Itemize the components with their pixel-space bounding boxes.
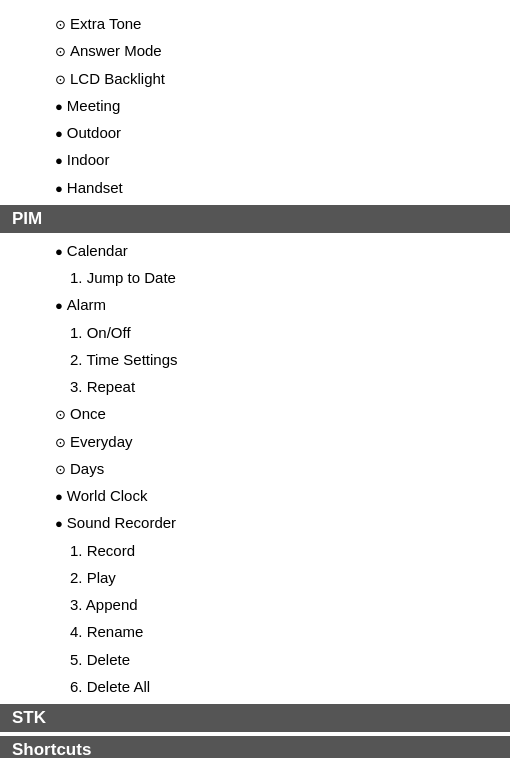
list-item: Days (0, 455, 510, 482)
list-item: Once (0, 400, 510, 427)
section-header-pim: PIM (0, 205, 510, 233)
list-item: Indoor (0, 146, 510, 173)
top-items-list: Extra Tone Answer Mode LCD Backlight Mee… (0, 10, 510, 201)
list-item: 3. Repeat (0, 373, 510, 400)
pim-items-list: Calendar 1. Jump to Date Alarm 1. On/Off… (0, 237, 510, 700)
list-item: Calendar (0, 237, 510, 264)
section-header-shortcuts: Shortcuts (0, 736, 510, 758)
list-item: 1. Record (0, 537, 510, 564)
list-item: Handset (0, 174, 510, 201)
list-item: Outdoor (0, 119, 510, 146)
list-item: 4. Rename (0, 618, 510, 645)
list-item: 6. Delete All (0, 673, 510, 700)
list-item: Sound Recorder (0, 509, 510, 536)
list-item: 2. Play (0, 564, 510, 591)
list-item: 1. Jump to Date (0, 264, 510, 291)
list-item: 3. Append (0, 591, 510, 618)
list-item: World Clock (0, 482, 510, 509)
list-item: Answer Mode (0, 37, 510, 64)
list-item: 1. On/Off (0, 319, 510, 346)
list-item: Alarm (0, 291, 510, 318)
list-item: 5. Delete (0, 646, 510, 673)
list-item: LCD Backlight (0, 65, 510, 92)
section-header-stk: STK (0, 704, 510, 732)
page: Extra Tone Answer Mode LCD Backlight Mee… (0, 0, 510, 758)
list-item: 2. Time Settings (0, 346, 510, 373)
list-item: Extra Tone (0, 10, 510, 37)
list-item: Meeting (0, 92, 510, 119)
list-item: Everyday (0, 428, 510, 455)
